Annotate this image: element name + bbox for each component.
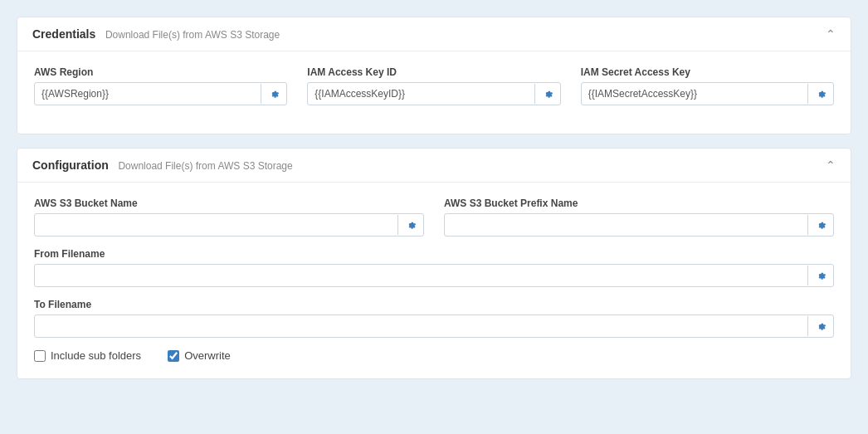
iam-secret-key-input-wrapper <box>581 82 834 105</box>
bucket-name-input-wrapper <box>34 213 424 237</box>
checkboxes-row: Include sub folders Overwrite <box>34 349 834 362</box>
bucket-name-group: AWS S3 Bucket Name <box>34 197 424 237</box>
from-filename-gear-button[interactable] <box>807 266 833 285</box>
iam-access-key-label: IAM Access Key ID <box>307 66 560 78</box>
bucket-name-gear-icon <box>405 219 417 231</box>
from-filename-gear-icon <box>815 270 827 281</box>
iam-access-key-gear-button[interactable] <box>534 84 560 104</box>
configuration-header: Configuration Download File(s) from AWS … <box>17 149 851 183</box>
aws-region-input[interactable] <box>35 83 261 105</box>
bucket-prefix-gear-button[interactable] <box>807 215 833 235</box>
iam-access-key-input[interactable] <box>308 83 534 105</box>
configuration-title: Configuration <box>32 158 109 172</box>
from-filename-input-wrapper <box>34 264 834 287</box>
credentials-header: Credentials Download File(s) from AWS S3… <box>17 17 851 51</box>
aws-region-gear-button[interactable] <box>261 84 286 104</box>
bucket-prefix-label: AWS S3 Bucket Prefix Name <box>444 197 834 209</box>
iam-secret-key-label: IAM Secret Access Key <box>581 66 834 78</box>
configuration-section: Configuration Download File(s) from AWS … <box>17 148 851 379</box>
to-filename-group: To Filename <box>34 299 834 338</box>
credentials-section: Credentials Download File(s) from AWS S3… <box>17 17 851 134</box>
bucket-prefix-input[interactable] <box>445 214 807 236</box>
iam-secret-key-group: IAM Secret Access Key <box>581 66 834 105</box>
iam-access-key-group: IAM Access Key ID <box>307 66 560 105</box>
configuration-collapse-icon[interactable]: ⌃ <box>826 158 836 172</box>
to-filename-label: To Filename <box>34 299 834 310</box>
credentials-subtitle: Download File(s) from AWS S3 Storage <box>105 29 280 41</box>
configuration-body: AWS S3 Bucket Name AWS S3 Bucket Prefix … <box>17 183 851 378</box>
bucket-name-input[interactable] <box>35 214 397 236</box>
bucket-name-gear-button[interactable] <box>397 215 423 235</box>
credentials-fields-row: AWS Region IAM Access Key ID <box>34 66 834 117</box>
overwrite-label[interactable]: Overwrite <box>168 349 231 362</box>
credentials-body: AWS Region IAM Access Key ID <box>17 51 851 134</box>
aws-region-label: AWS Region <box>34 66 287 78</box>
aws-region-group: AWS Region <box>34 66 287 105</box>
bucket-prefix-group: AWS S3 Bucket Prefix Name <box>444 197 834 237</box>
credentials-title: Credentials <box>32 27 95 41</box>
bucket-name-label: AWS S3 Bucket Name <box>34 197 424 209</box>
iam-access-key-input-wrapper <box>307 82 560 105</box>
credentials-collapse-icon[interactable]: ⌃ <box>826 27 836 41</box>
overwrite-text: Overwrite <box>184 349 231 362</box>
to-filename-input-wrapper <box>34 315 834 338</box>
to-filename-gear-button[interactable] <box>807 316 833 336</box>
config-row-1: AWS S3 Bucket Name AWS S3 Bucket Prefix … <box>34 197 834 248</box>
from-filename-group: From Filename <box>34 248 834 287</box>
to-filename-gear-icon <box>815 320 827 332</box>
bucket-prefix-gear-icon <box>815 219 827 231</box>
aws-region-gear-icon <box>268 88 280 100</box>
configuration-title-area: Configuration Download File(s) from AWS … <box>32 158 293 172</box>
iam-access-key-gear-icon <box>542 88 553 100</box>
iam-secret-key-input[interactable] <box>582 83 807 105</box>
aws-region-input-wrapper <box>34 82 287 105</box>
iam-secret-key-gear-icon <box>815 88 827 100</box>
overwrite-checkbox[interactable] <box>168 350 179 362</box>
to-filename-input[interactable] <box>35 315 807 337</box>
from-filename-input[interactable] <box>35 265 807 286</box>
credentials-title-area: Credentials Download File(s) from AWS S3… <box>32 27 280 41</box>
include-sub-folders-label[interactable]: Include sub folders <box>34 349 141 362</box>
configuration-subtitle: Download File(s) from AWS S3 Storage <box>118 160 292 172</box>
bucket-prefix-input-wrapper <box>444 213 834 237</box>
include-sub-folders-text: Include sub folders <box>51 349 141 362</box>
iam-secret-key-gear-button[interactable] <box>807 84 833 104</box>
include-sub-folders-checkbox[interactable] <box>34 350 46 362</box>
from-filename-label: From Filename <box>34 248 834 260</box>
